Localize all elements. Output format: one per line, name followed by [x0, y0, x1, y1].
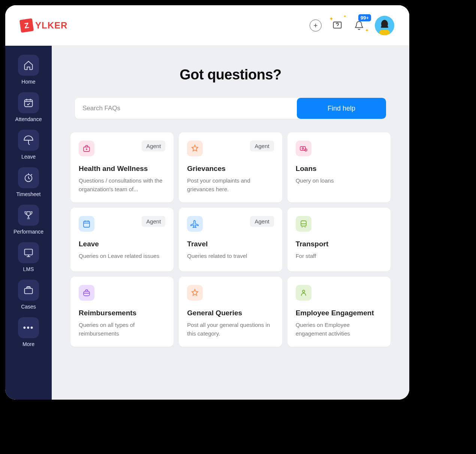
wallet-icon — [79, 285, 94, 301]
sidebar-item-timesheet[interactable]: Timesheet — [10, 167, 46, 197]
logo-text: YLKER — [35, 20, 67, 31]
avatar[interactable] — [375, 16, 394, 35]
search-row: Find help — [75, 98, 386, 119]
card-desc: Queries on all types of reimbursements — [79, 321, 165, 338]
sidebar: Home Attendance Leave Timesheet — [5, 46, 52, 400]
briefcase-icon — [18, 280, 39, 301]
person-icon — [296, 285, 311, 301]
umbrella-icon — [18, 130, 39, 151]
sidebar-item-more[interactable]: ••• More — [10, 317, 46, 347]
card-travel[interactable]: Agent Travel Queries related to travel — [179, 208, 282, 271]
app-window: Z YLKER ✦ ✦ ✦ 99+ — [5, 5, 409, 400]
card-title: General Queries — [187, 309, 274, 317]
card-grievances[interactable]: Agent Grievances Post your complaints an… — [179, 132, 282, 202]
card-leave[interactable]: Agent Leave Queries on Leave related iss… — [70, 208, 174, 271]
card-title: Health and Wellness — [79, 165, 165, 173]
clock-icon — [18, 167, 39, 188]
svg-rect-2 — [379, 30, 390, 35]
find-help-button[interactable]: Find help — [297, 98, 386, 119]
topbar-right: ✦ ✦ ✦ 99+ — [310, 16, 394, 35]
more-icon: ••• — [18, 317, 39, 338]
sidebar-item-label: Performance — [13, 229, 43, 235]
sidebar-item-label: Leave — [21, 154, 36, 160]
trophy-icon — [18, 205, 39, 226]
brand-logo[interactable]: Z YLKER — [20, 19, 67, 32]
logo-badge: Z — [19, 18, 34, 32]
card-title: Transport — [296, 240, 382, 248]
card-title: Grievances — [187, 165, 274, 173]
svg-point-14 — [302, 290, 305, 292]
sidebar-item-cases[interactable]: Cases — [10, 280, 46, 310]
sidebar-item-label: Timesheet — [16, 191, 41, 197]
calendar-icon — [79, 216, 94, 232]
card-title: Employee Engagement — [296, 309, 382, 317]
search-input[interactable] — [75, 98, 297, 119]
agent-tag: Agent — [142, 216, 165, 227]
svg-rect-13 — [84, 291, 90, 296]
card-desc: Query on loans — [296, 177, 382, 185]
topbar: Z YLKER ✦ ✦ ✦ 99+ — [5, 5, 409, 46]
card-health-wellness[interactable]: Agent Health and Wellness Questions / co… — [70, 132, 174, 202]
sidebar-item-label: LMS — [23, 266, 34, 272]
sidebar-item-lms[interactable]: LMS — [10, 242, 46, 272]
cards-grid: Agent Health and Wellness Questions / co… — [70, 132, 391, 347]
help-icon[interactable]: ✦ ✦ — [331, 19, 343, 31]
bus-icon — [296, 216, 311, 232]
card-desc: Queries related to travel — [187, 252, 274, 261]
plane-icon — [187, 216, 203, 232]
add-icon[interactable] — [310, 19, 322, 31]
body: Home Attendance Leave Timesheet — [5, 46, 409, 400]
card-loans[interactable]: Loans Query on loans — [287, 132, 391, 202]
sidebar-item-label: Home — [21, 79, 35, 85]
agent-tag: Agent — [142, 141, 165, 151]
svg-point-9 — [302, 148, 304, 149]
medical-bag-icon — [79, 141, 94, 156]
main-content: Got questions? Find help Agent Health an… — [52, 46, 409, 400]
svg-rect-3 — [25, 100, 33, 107]
svg-rect-11 — [84, 221, 90, 227]
star-icon — [187, 285, 203, 301]
sidebar-item-attendance[interactable]: Attendance — [10, 92, 46, 122]
agent-tag: Agent — [250, 141, 274, 151]
card-desc: Queries on Leave related issues — [79, 252, 165, 261]
sidebar-item-home[interactable]: Home — [10, 55, 46, 85]
card-desc: Post all your general questions in this … — [187, 321, 274, 338]
card-transport[interactable]: Transport For staff — [287, 208, 391, 271]
card-title: Leave — [79, 240, 165, 248]
notifications-icon[interactable]: ✦ 99+ — [353, 19, 365, 31]
sidebar-item-label: More — [22, 341, 34, 347]
home-icon — [18, 55, 39, 76]
card-title: Travel — [187, 240, 274, 248]
monitor-icon — [18, 242, 39, 263]
card-title: Reimbursements — [79, 309, 165, 317]
money-icon — [296, 141, 311, 156]
card-employee-engagement[interactable]: Employee Engagement Queries on Employee … — [287, 277, 391, 347]
sidebar-item-label: Attendance — [15, 116, 42, 122]
svg-rect-6 — [25, 288, 33, 294]
agent-tag: Agent — [250, 216, 274, 227]
page-title: Got questions? — [52, 67, 409, 83]
card-desc: Questions / consultations with the organ… — [79, 177, 165, 193]
card-desc: For staff — [296, 252, 382, 261]
star-icon — [187, 141, 203, 156]
sidebar-item-performance[interactable]: Performance — [10, 205, 46, 235]
notification-badge: 99+ — [358, 14, 371, 21]
card-desc: Queries on Employee engagement activitie… — [296, 321, 382, 338]
sidebar-item-leave[interactable]: Leave — [10, 130, 46, 160]
calendar-check-icon — [18, 92, 39, 113]
card-general-queries[interactable]: General Queries Post all your general qu… — [179, 277, 282, 347]
card-desc: Post your complaints and grievances here… — [187, 177, 274, 193]
svg-rect-12 — [301, 221, 306, 226]
card-title: Loans — [296, 165, 382, 173]
svg-rect-5 — [25, 249, 33, 255]
card-reimbursements[interactable]: Reimbursements Queries on all types of r… — [70, 277, 174, 347]
sidebar-item-label: Cases — [21, 304, 36, 310]
